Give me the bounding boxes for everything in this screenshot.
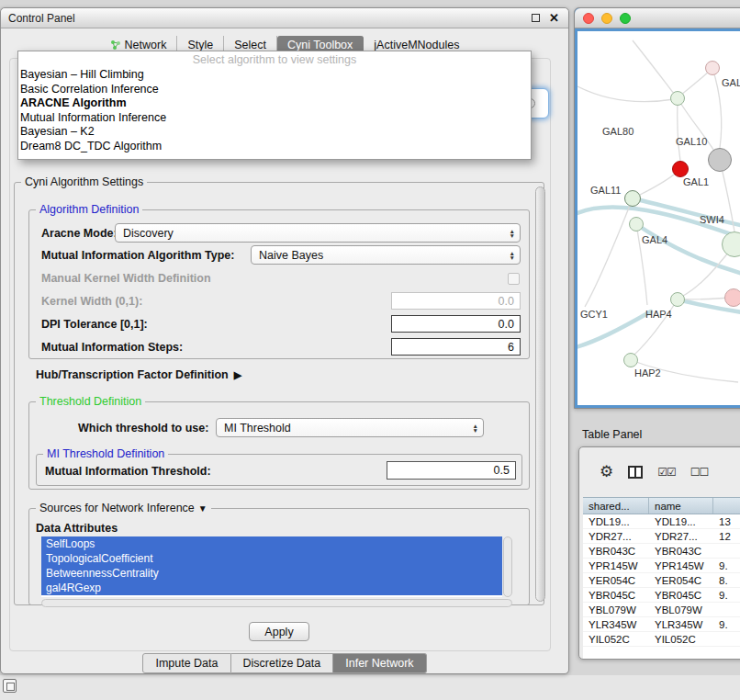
- aracne-mode-combobox[interactable]: Discovery ▲▼: [115, 223, 521, 243]
- network-node-label: GCY1: [580, 309, 608, 320]
- hub-definition-expander[interactable]: Hub/Transcription Factor Definition▶: [36, 368, 241, 381]
- table-row[interactable]: YDL19...YDL19...13: [583, 514, 740, 529]
- network-node[interactable]: [708, 148, 732, 172]
- sources-group-title: Sources for Network Inference▼: [36, 502, 211, 515]
- data-attributes-label: Data Attributes: [36, 522, 118, 535]
- column-header-clipped[interactable]: [713, 498, 740, 514]
- gear-icon[interactable]: ⚙: [600, 464, 613, 480]
- network-node[interactable]: [705, 61, 720, 75]
- table-cell: 8.: [713, 575, 740, 586]
- network-node[interactable]: [670, 91, 685, 106]
- network-node[interactable]: [670, 292, 685, 307]
- algorithm-option[interactable]: Bayesian – Hill Climbing: [18, 68, 531, 83]
- table-cell: YDR27...: [649, 531, 713, 542]
- table-cell: YLR345W: [649, 619, 713, 630]
- window-title: Control Panel: [8, 12, 532, 25]
- desktop: Control Panel ✕ Network Style Select Cyn…: [0, 0, 740, 700]
- table-row[interactable]: YBL079WYBL079W: [583, 603, 740, 617]
- mi-threshold-field[interactable]: 0.5: [387, 461, 516, 480]
- attribute-item-selected[interactable]: TopologicalCoefficient: [41, 551, 502, 566]
- apply-button[interactable]: Apply: [249, 622, 309, 641]
- algorithm-option-selected[interactable]: ARACNE Algorithm: [18, 96, 531, 111]
- mi-steps-field[interactable]: 6: [391, 338, 521, 356]
- tab-impute-data[interactable]: Impute Data: [142, 653, 230, 673]
- unchecked-boxes-icon[interactable]: ☐☐: [690, 466, 709, 479]
- table-body: YDL19...YDL19...13YDR27...YDR27...12YBR0…: [583, 514, 740, 647]
- network-node[interactable]: [724, 288, 740, 307]
- table-toolbar: ⚙ ☑☑ ☐☐: [600, 464, 708, 480]
- columns-icon[interactable]: [628, 466, 643, 479]
- dpi-tolerance-field[interactable]: 0.0: [391, 315, 521, 333]
- aracne-mode-label: Aracne Mode:: [41, 227, 118, 240]
- network-node[interactable]: [623, 353, 638, 367]
- network-canvas[interactable]: GALGAL80GAL10GAL11GAL1SWI4GAL4GCY1HAP4HA…: [577, 31, 740, 405]
- attribute-item-selected[interactable]: SelfLoops: [41, 536, 502, 551]
- zoom-traffic-light-icon[interactable]: [620, 13, 631, 24]
- tab-infer-network[interactable]: Infer Network: [333, 653, 426, 673]
- aracne-mode-value: Discovery: [123, 227, 174, 240]
- table-row[interactable]: YDR27...YDR27...12: [583, 529, 740, 544]
- table-cell: 13: [713, 516, 740, 527]
- expand-right-icon: ▶: [234, 369, 241, 380]
- network-node[interactable]: [722, 231, 740, 257]
- algorithm-dropdown-popup: Select algorithm to view settings Bayesi…: [17, 51, 532, 160]
- network-tab-icon: [110, 40, 121, 51]
- table-cell: 12: [713, 531, 740, 542]
- network-node[interactable]: [629, 217, 644, 231]
- network-node[interactable]: [624, 190, 641, 207]
- table-cell: YIL052C: [649, 634, 713, 645]
- footer-strip: [0, 675, 740, 700]
- algorithm-option[interactable]: Dream8 DC_TDC Algorithm: [18, 140, 531, 154]
- network-node-label: SWI4: [700, 214, 724, 225]
- attributes-horizontal-scrollbar[interactable]: [41, 599, 512, 607]
- control-panel-titlebar[interactable]: Control Panel ✕: [1, 8, 568, 28]
- checked-boxes-icon[interactable]: ☑☑: [657, 466, 676, 479]
- table-cell: YDL19...: [583, 516, 649, 527]
- mi-steps-label: Mutual Information Steps:: [41, 341, 183, 354]
- algorithm-option[interactable]: Basic Correlation Inference: [18, 83, 531, 97]
- algorithm-option[interactable]: Mutual Information Inference: [18, 111, 531, 126]
- attributes-vertical-scrollbar[interactable]: [503, 536, 512, 597]
- network-window-titlebar[interactable]: [575, 8, 740, 28]
- float-window-icon[interactable]: [532, 14, 540, 22]
- settings-scrollbar[interactable]: [535, 186, 545, 602]
- manual-kernel-width-checkbox[interactable]: [508, 273, 520, 285]
- column-header-name[interactable]: name: [649, 498, 713, 514]
- close-icon[interactable]: ✕: [549, 12, 559, 24]
- manual-kernel-width-label: Manual Kernel Width Definition: [41, 272, 211, 285]
- network-node[interactable]: [672, 161, 689, 177]
- column-header-shared-name[interactable]: shared...: [583, 498, 649, 514]
- table-cell: YPR145W: [649, 560, 713, 571]
- attribute-item-selected[interactable]: BetweennessCentrality: [41, 566, 502, 581]
- table-row[interactable]: YPR145WYPR145W9.: [583, 559, 740, 573]
- combo-arrows-icon: ▲▼: [510, 251, 515, 260]
- tab-discretize-data[interactable]: Discretize Data: [231, 653, 334, 673]
- minimized-panel-icon[interactable]: [3, 679, 17, 693]
- attribute-item-selected[interactable]: gal4RGexp: [41, 581, 502, 595]
- network-node-label: GAL4: [642, 234, 667, 245]
- which-threshold-combobox[interactable]: MI Threshold ▲▼: [216, 418, 484, 437]
- table-row[interactable]: YBR043CYBR043C: [583, 544, 740, 559]
- collapse-down-icon: ▼: [198, 503, 207, 514]
- table-cell: YPR145W: [583, 560, 649, 571]
- table-panel-title: Table Panel: [582, 428, 642, 441]
- table-row[interactable]: YIL052CYIL052C: [583, 632, 740, 647]
- threshold-definition-title: Threshold Definition: [36, 395, 145, 408]
- mi-algorithm-type-combobox[interactable]: Naive Bayes ▲▼: [251, 245, 521, 265]
- minimize-traffic-light-icon[interactable]: [601, 13, 612, 24]
- table-row[interactable]: YER054CYER054C8.: [583, 573, 740, 588]
- close-traffic-light-icon[interactable]: [583, 13, 594, 24]
- algorithm-definition-title: Algorithm Definition: [36, 203, 142, 216]
- table-row[interactable]: YLR345WYLR345W9.: [583, 617, 740, 632]
- network-node-label: GAL11: [590, 185, 621, 196]
- combo-arrows-icon: ▲▼: [473, 423, 478, 433]
- table-cell: YER054C: [583, 575, 649, 586]
- network-node-label: GAL80: [602, 126, 633, 137]
- table-cell: YER054C: [649, 575, 713, 586]
- network-view-window: GALGAL80GAL10GAL11GAL1SWI4GAL4GCY1HAP4HA…: [574, 7, 740, 409]
- table-cell: YBR043C: [583, 546, 649, 557]
- table-cell: YIL052C: [583, 634, 649, 645]
- table-row[interactable]: YBR045CYBR045C9.: [583, 588, 740, 603]
- algorithm-option[interactable]: Bayesian – K2: [18, 125, 531, 140]
- kernel-width-field[interactable]: 0.0: [391, 292, 521, 310]
